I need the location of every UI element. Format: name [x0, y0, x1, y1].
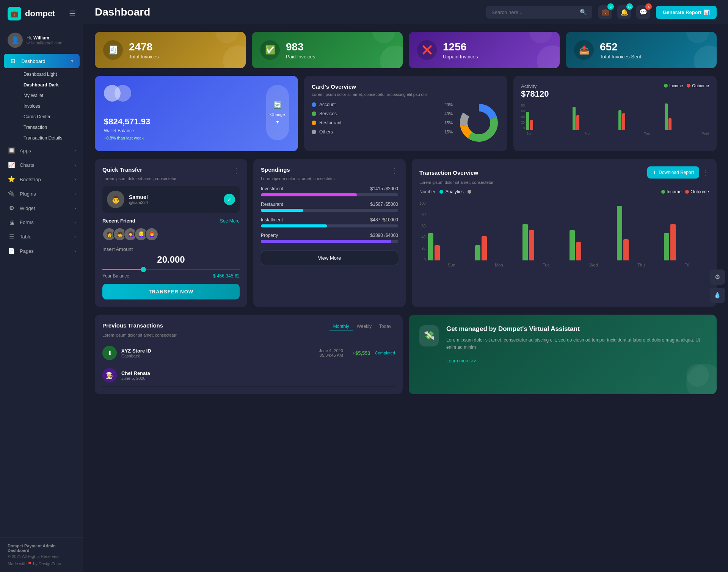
sidebar-item-plugins[interactable]: 🔌 Plugins › [0, 186, 83, 201]
services-label: Services [319, 111, 441, 116]
chevron-right-icon4: › [74, 191, 76, 196]
page-title: Dashboard [95, 6, 480, 18]
income-dot [664, 84, 668, 88]
balance-label: Your Balance [102, 273, 129, 279]
restaurant-label: Restaurant [319, 120, 441, 125]
download-report-button[interactable]: ⬇ Download Report [647, 166, 699, 179]
account-label: Account [319, 102, 441, 107]
user-info: Hi, William william@gmail.com [27, 35, 62, 45]
refresh-icon: 🔄 [273, 101, 282, 109]
txn-date-1: June 4, 2020 05:34:45 AM [319, 348, 343, 357]
logo-text: dompet [25, 9, 55, 19]
view-more-button[interactable]: View More [261, 251, 398, 265]
sidebar-item-forms[interactable]: 🖨 Forms › [0, 215, 83, 229]
generate-report-button[interactable]: Generate Report 📊 [656, 6, 717, 19]
sidebar-item-pages[interactable]: 📄 Pages › [0, 244, 83, 258]
services-pct: 40% [444, 111, 453, 116]
spendings-section: Spendings ⋮ Lorem ipsum dolor sit amet, … [253, 159, 406, 307]
pages-icon: 📄 [8, 248, 15, 254]
see-more-link[interactable]: See More [220, 218, 240, 224]
y-axis: 806040200 [521, 103, 526, 130]
submenu-transaction[interactable]: Transaction [20, 122, 83, 133]
submenu-invoices[interactable]: Invoices [20, 101, 83, 111]
txn-x-axis: SunMonTueWedThuFri [428, 263, 709, 267]
account-pct: 20% [444, 102, 453, 107]
chevron-down-icon: ▼ [276, 120, 280, 124]
wallet-section: $824,571.93 Wallet Balance +0.8% than la… [95, 76, 298, 151]
apps-icon: 🔲 [8, 147, 15, 154]
submenu-dashboard-dark[interactable]: Dashboard Dark [20, 80, 83, 90]
txn-icon-xyz: ⬇ [102, 346, 117, 360]
outcome-dot [687, 84, 690, 88]
stat-card-total-invoices: 🧾 2478 Total Invoices [95, 32, 246, 68]
tab-weekly[interactable]: Weekly [353, 322, 375, 331]
sidebar-item-widget[interactable]: ⚙ Widget › [0, 201, 83, 215]
change-button[interactable]: 🔄 Change ▼ [266, 85, 289, 140]
previous-transactions-section: Previous Transactions Monthly Weekly Tod… [95, 315, 403, 394]
mid-row: $824,571.93 Wallet Balance +0.8% than la… [95, 76, 717, 151]
activity-legend: Income Outcome [664, 83, 709, 88]
virtual-assistant-section: 💸 Get managed by Dompet's Virtual Assist… [409, 315, 717, 394]
transfer-now-button[interactable]: TRANSFER NOW [102, 284, 240, 299]
others-dot [312, 130, 316, 134]
contact-username: @sam224 [129, 200, 148, 205]
sidebar: 💼 dompet ☰ 👤 Hi, William william@gmail.c… [0, 0, 83, 572]
friend-avatar-5: 👩‍🦰 [145, 227, 158, 241]
submenu-my-wallet[interactable]: My Wallet [20, 90, 83, 101]
txn-bars [428, 200, 709, 260]
unpaid-icon: ❌ [417, 40, 437, 60]
bar-fri-outcome [670, 224, 676, 260]
water-drop-button[interactable]: 💧 [710, 288, 725, 303]
tab-monthly[interactable]: Monthly [329, 322, 353, 331]
submenu-cards-center[interactable]: Cards Center [20, 111, 83, 122]
sidebar-nav: ⊞ Dashboard ▼ Dashboard Light Dashboard … [0, 53, 83, 537]
username: William [33, 35, 49, 41]
table-row: ⬇ XYZ Store ID Cashback June 4, 2020 05:… [102, 342, 395, 364]
chat-icon-btn[interactable]: 💬5 [636, 5, 650, 19]
bar-wed-outcome [576, 242, 581, 260]
submenu-dashboard-light[interactable]: Dashboard Light [20, 69, 83, 80]
analytics-off-dot [468, 190, 471, 194]
last-row: Previous Transactions Monthly Weekly Tod… [95, 315, 717, 394]
total-sent-value: 652 [600, 41, 641, 53]
income-label: Income [669, 83, 683, 88]
right-sidebar: ⚙ 💧 [707, 266, 728, 306]
hamburger-icon[interactable]: ☰ [69, 9, 76, 18]
charts-label: Charts [20, 162, 70, 168]
outcome-label: Outcome [692, 83, 709, 88]
va-learn-more-link[interactable]: Learn more >> [446, 358, 476, 364]
stat-card-unpaid-invoices: ❌ 1256 Unpaid Invoices [409, 32, 560, 68]
plugins-label: Plugins [20, 191, 70, 197]
chat-badge: 5 [645, 3, 652, 10]
sidebar-item-apps[interactable]: 🔲 Apps › [0, 143, 83, 158]
balance-value: $ 456,345.62 [213, 273, 240, 279]
spending-restaurant: Restaurant $1567 /$5000 [261, 202, 398, 212]
more-options-icon[interactable]: ⋮ [233, 166, 240, 175]
txn-more-icon[interactable]: ⋮ [702, 168, 709, 177]
activity-amount: $78120 [521, 89, 549, 99]
wallet-trend: +0.8% than last week [104, 136, 260, 140]
txn-overview-title: Transaction Overview [419, 169, 478, 176]
sidebar-item-charts[interactable]: 📈 Charts › [0, 158, 83, 172]
briefcase-icon-btn[interactable]: 💼2 [598, 5, 612, 19]
svg-point-4 [468, 112, 490, 133]
charts-icon: 📈 [8, 161, 15, 168]
txn-bar-chart: 100806040200 [419, 200, 709, 267]
amount-slider[interactable] [102, 269, 240, 270]
sidebar-item-table[interactable]: ☰ Table › [0, 229, 83, 244]
settings-button[interactable]: ⚙ [710, 270, 725, 285]
sidebar-item-bootstrap[interactable]: ⭐ Bootstrap › [0, 172, 83, 186]
plugins-icon: 🔌 [8, 190, 15, 197]
submenu-transaction-details[interactable]: Transaction Details [20, 133, 83, 143]
bell-icon-btn[interactable]: 🔔12 [617, 5, 631, 19]
prev-txns-subtitle: Lorem ipsum dolor sit amet, consectetur [102, 333, 395, 337]
user-email: william@gmail.com [27, 41, 62, 45]
bar-fri-income [664, 233, 669, 260]
spendings-more-icon[interactable]: ⋮ [391, 166, 398, 175]
bootstrap-label: Bootstrap [20, 177, 70, 182]
sidebar-logo: 💼 dompet ☰ [0, 0, 83, 27]
sidebar-item-dashboard[interactable]: ⊞ Dashboard ▼ [4, 54, 80, 68]
chevron-right-icon7: › [74, 234, 76, 239]
tab-today[interactable]: Today [375, 322, 395, 331]
search-input[interactable] [491, 9, 577, 15]
